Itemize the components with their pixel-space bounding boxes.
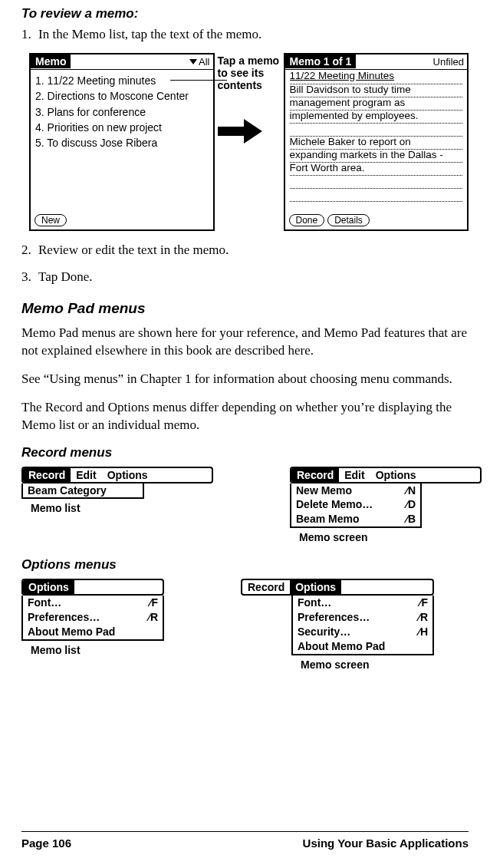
heading-memopad-menus: Memo Pad menus <box>21 300 469 317</box>
memo-detail-title: Memo 1 of 1 <box>285 54 357 68</box>
memo-line <box>290 124 463 137</box>
menu-item-shortcut: ∕R <box>149 610 158 625</box>
menu-item-about[interactable]: About Memo Pad <box>293 639 432 654</box>
menu-item-preferences[interactable]: Preferences… ∕R <box>23 610 163 625</box>
record-menu-list: Record Edit Options Beam Category Memo l… <box>21 467 213 544</box>
memo-detail-heading: 11/22 Meeting Minutes <box>290 71 395 84</box>
menu-item-label: Delete Memo… <box>296 497 373 512</box>
menu-caption: Memo list <box>31 502 213 514</box>
memo-line: Michele Baker to report on <box>290 137 463 150</box>
menu-tab-options[interactable]: Options <box>102 468 153 482</box>
menu-tab-options[interactable]: Options <box>290 580 341 594</box>
menu-dropdown: Font… ∕F Preferences… ∕R Security… ∕H Ab… <box>291 596 434 655</box>
para-2: See “Using menus” in Chapter 1 for infor… <box>21 371 469 388</box>
memo-detail-category[interactable]: Unfiled <box>433 56 467 68</box>
menu-item-shortcut: ∕H <box>419 625 428 639</box>
memo-detail-body[interactable]: 11/22 Meeting Minutes Bill Davidson to s… <box>285 70 468 203</box>
memo-detail-buttons: Done Details <box>289 214 370 226</box>
memo-list-screen: Memo All 1. 11/22 Meeting minutes 2. Dir… <box>29 53 215 231</box>
menu-caption: Memo screen <box>301 658 434 671</box>
menu-item-font[interactable]: Font… ∕F <box>293 596 432 610</box>
memo-list-titlebar: Memo All <box>31 54 213 70</box>
menu-item-shortcut: ∕D <box>406 497 416 512</box>
menu-tab-record[interactable]: Record <box>23 468 71 482</box>
menu-tab-record[interactable]: Record <box>291 468 339 482</box>
menu-caption: Memo screen <box>299 531 482 543</box>
list-item[interactable]: 4. Priorities on new project <box>35 120 209 135</box>
menu-item-label: Security… <box>298 625 350 639</box>
menu-item-preferences[interactable]: Preferences… ∕R <box>293 610 432 625</box>
menubar: Record Options <box>241 579 434 596</box>
figure-row: Memo All 1. 11/22 Meeting minutes 2. Dir… <box>29 53 469 231</box>
memo-list-category-text: All <box>199 56 209 68</box>
menu-item-shortcut: ∕F <box>419 596 428 610</box>
menu-item-about[interactable]: About Memo Pad <box>23 625 163 639</box>
list-item[interactable]: 3. Plans for conference <box>35 104 209 120</box>
menu-tab-options[interactable]: Options <box>23 580 74 594</box>
step-2: 2.Review or edit the text in the memo. <box>21 242 469 259</box>
step-1-text: In the Memo list, tap the text of the me… <box>38 27 261 41</box>
step-3-num: 3. <box>21 269 38 286</box>
menu-item-label: Preferences… <box>298 610 370 625</box>
step-1-num: 1. <box>21 26 38 44</box>
footer-page-number: Page 106 <box>21 837 71 850</box>
record-menus-row: Record Edit Options Beam Category Memo l… <box>21 467 469 544</box>
memo-list-body: 1. 11/22 Meeting minutes 2. Directions t… <box>31 70 213 153</box>
memo-detail-category-text: Unfiled <box>433 56 464 68</box>
memo-line <box>290 189 463 202</box>
memo-line: Bill Davidson to study time <box>290 84 463 97</box>
memo-line <box>290 176 463 189</box>
memo-list-title: Memo <box>31 54 71 68</box>
menu-item-shortcut: ∕F <box>150 596 158 610</box>
menu-dropdown: New Memo ∕N Delete Memo… ∕D Beam Memo ∕B <box>290 484 422 529</box>
page-footer: Page 106 Using Your Basic Applications <box>21 831 469 850</box>
para-3: The Record and Options menus differ depe… <box>21 399 469 434</box>
list-item[interactable]: 1. 11/22 Meeting minutes <box>35 73 209 88</box>
options-menu-list: Options Font… ∕F Preferences… ∕R About M… <box>21 579 164 671</box>
figure-mid-column: Tap a memo to see its contents <box>218 53 281 140</box>
menu-tab-options[interactable]: Options <box>370 468 422 482</box>
memo-detail-screen: Memo 1 of 1 Unfiled 11/22 Meeting Minute… <box>284 53 469 231</box>
menu-tab-edit[interactable]: Edit <box>339 468 370 482</box>
memo-line: expanding markets in the Dallas - <box>290 150 463 163</box>
menu-item-label: Font… <box>298 596 331 610</box>
heading-to-review: To review a memo: <box>21 6 469 21</box>
menu-item-beam-memo[interactable]: Beam Memo ∕B <box>291 512 420 526</box>
menubar: Record Edit Options <box>21 467 213 484</box>
menu-item-label: Beam Category <box>28 484 107 498</box>
menu-item-label: About Memo Pad <box>298 639 385 654</box>
list-item[interactable]: 2. Directions to Moscone Center <box>35 88 209 104</box>
list-item[interactable]: 5. To discuss Jose Ribera <box>35 135 209 150</box>
heading-options-menus: Options menus <box>21 557 469 573</box>
menu-item-shortcut: ∕R <box>419 610 428 625</box>
options-menus-row: Options Font… ∕F Preferences… ∕R About M… <box>21 579 469 671</box>
menubar: Record Edit Options <box>290 467 482 484</box>
arrow-right-icon <box>218 122 264 140</box>
memo-line: management program as <box>290 97 463 111</box>
new-button[interactable]: New <box>35 214 67 226</box>
menu-item-label: Font… <box>28 596 61 610</box>
options-menu-screen: Record Options Font… ∕F Preferences… ∕R … <box>241 579 434 671</box>
menu-dropdown: Font… ∕F Preferences… ∕R About Memo Pad <box>21 596 164 641</box>
menu-item-beam-category[interactable]: Beam Category <box>23 484 143 498</box>
details-button[interactable]: Details <box>327 214 370 226</box>
menu-item-new-memo[interactable]: New Memo ∕N <box>291 484 420 498</box>
menu-item-delete-memo[interactable]: Delete Memo… ∕D <box>291 497 420 512</box>
record-menu-screen: Record Edit Options New Memo ∕N Delete M… <box>290 467 482 544</box>
menu-item-label: About Memo Pad <box>28 625 115 639</box>
menu-dropdown: Beam Category <box>21 484 144 500</box>
menu-item-shortcut: ∕N <box>406 484 416 498</box>
menu-tab-edit[interactable]: Edit <box>71 468 101 482</box>
dropdown-icon <box>189 59 197 64</box>
step-2-text: Review or edit the text in the memo. <box>38 243 229 257</box>
memo-list-category[interactable]: All <box>189 56 212 68</box>
menu-item-label: Beam Memo <box>296 512 359 526</box>
step-2-num: 2. <box>21 242 38 259</box>
menu-item-security[interactable]: Security… ∕H <box>293 625 432 639</box>
menu-item-font[interactable]: Font… ∕F <box>23 596 163 610</box>
memo-line: Fort Worth area. <box>290 163 463 176</box>
done-button[interactable]: Done <box>289 214 325 226</box>
menu-item-shortcut: ∕B <box>406 512 416 526</box>
footer-chapter-title: Using Your Basic Applications <box>303 837 469 850</box>
menu-tab-record[interactable]: Record <box>242 580 290 594</box>
